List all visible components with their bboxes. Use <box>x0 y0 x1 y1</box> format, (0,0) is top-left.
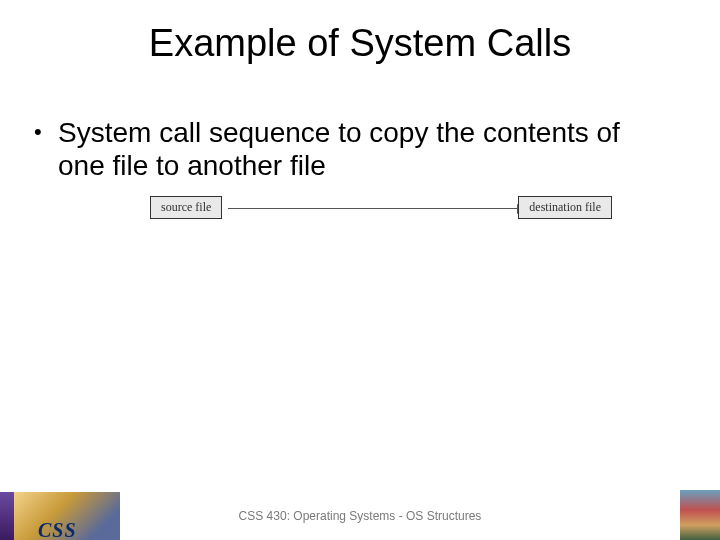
logo-stripe-icon <box>0 492 14 540</box>
logo-background-icon: CSS <box>14 492 120 540</box>
bullet-item: • System call sequence to copy the conte… <box>34 116 674 182</box>
arrow-line-icon <box>228 208 518 209</box>
logo-label: CSS <box>38 519 77 540</box>
css-logo: CSS <box>0 492 120 540</box>
source-file-box: source file <box>150 196 222 219</box>
slide: Example of System Calls • System call se… <box>0 0 720 540</box>
slide-title: Example of System Calls <box>0 22 720 65</box>
bullet-dot-icon: • <box>34 116 58 182</box>
file-copy-diagram: source file destination file <box>150 196 630 224</box>
bullet-list: • System call sequence to copy the conte… <box>34 116 674 182</box>
bullet-text: System call sequence to copy the content… <box>58 116 674 182</box>
destination-file-box: destination file <box>518 196 612 219</box>
book-thumbnail-icon <box>680 490 720 540</box>
